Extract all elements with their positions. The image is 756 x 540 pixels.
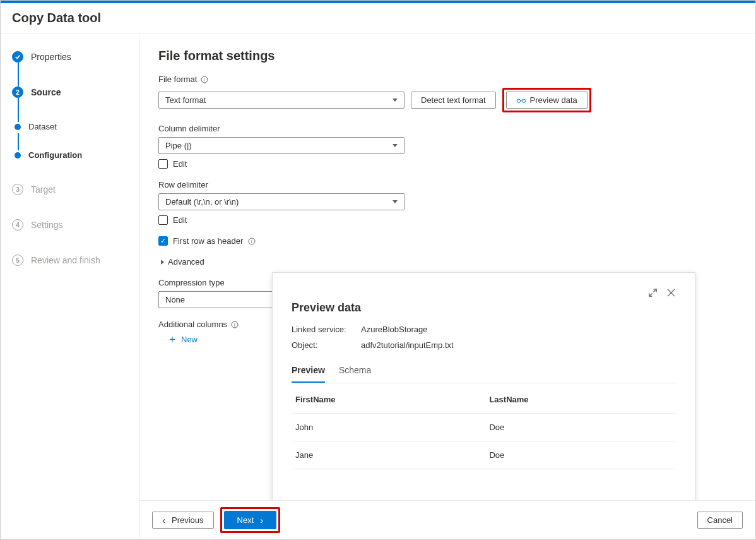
svg-text:i: i	[251, 239, 252, 244]
triangle-right-icon	[161, 260, 164, 265]
plus-icon: ＋	[167, 333, 177, 346]
preview-tabs: Preview Schema	[292, 365, 676, 383]
label-text: Additional columns	[158, 320, 227, 329]
cell: John	[292, 414, 485, 441]
step-properties[interactable]: Properties	[12, 51, 127, 63]
svg-text:i: i	[234, 322, 235, 328]
meta-value: AzureBlobStorage	[361, 325, 428, 334]
connector	[18, 98, 19, 122]
info-icon[interactable]: i	[231, 321, 239, 328]
row-delimiter-edit[interactable]: Edit	[158, 215, 736, 225]
chevron-down-icon	[393, 99, 398, 102]
advanced-label: Advanced	[168, 257, 204, 267]
chevron-down-icon	[393, 200, 398, 203]
detect-text-format-button[interactable]: Detect text format	[411, 92, 496, 109]
column-delimiter-select[interactable]: Pipe (|)	[158, 137, 405, 154]
column-header: FirstName	[292, 386, 485, 414]
step-configuration[interactable]: Configuration	[15, 150, 127, 160]
file-format-select[interactable]: Text format	[158, 92, 405, 109]
tab-schema[interactable]: Schema	[339, 365, 371, 383]
page-title: Copy Data tool	[1, 3, 755, 33]
cell: Doe	[485, 441, 676, 469]
checkbox-label: Edit	[173, 159, 187, 169]
cancel-button[interactable]: Cancel	[697, 512, 743, 529]
connector	[18, 63, 19, 87]
svg-text:i: i	[204, 77, 206, 83]
step-settings[interactable]: 4 Settings	[12, 219, 127, 231]
preview-title: Preview data	[292, 301, 676, 315]
preview-data-button[interactable]: Preview data	[506, 92, 588, 109]
glasses-icon	[516, 97, 526, 104]
row-delimiter-label: Row delimiter	[158, 180, 736, 189]
select-value: Default (\r,\n, or \r\n)	[165, 197, 239, 207]
checkbox-label: Edit	[173, 215, 187, 225]
step-label: Properties	[31, 52, 71, 62]
advanced-toggle[interactable]: Advanced	[158, 257, 736, 267]
step-label: Dataset	[28, 122, 57, 131]
table-header-row: FirstName LastName	[292, 386, 676, 414]
select-value: Text format	[165, 95, 206, 105]
step-target[interactable]: 3 Target	[12, 184, 127, 195]
file-format-group: File format i Text format Detect text fo…	[158, 75, 736, 112]
preview-table: FirstName LastName John Doe Jane Doe	[292, 386, 676, 469]
step-number-icon: 3	[12, 184, 23, 195]
cell: Doe	[485, 414, 676, 441]
table-row: Jane Doe	[292, 441, 676, 469]
preview-data-panel: Preview data Linked service: AzureBlobSt…	[272, 272, 695, 514]
next-button[interactable]: Next	[224, 511, 277, 529]
step-label: Target	[31, 184, 56, 195]
file-format-row: Text format Detect text format Preview d…	[158, 88, 736, 112]
row-delimiter-select[interactable]: Default (\r,\n, or \r\n)	[158, 193, 405, 210]
close-icon[interactable]	[666, 288, 676, 297]
expand-icon[interactable]	[648, 288, 658, 297]
checkbox-icon	[158, 215, 168, 225]
linked-service-row: Linked service: AzureBlobStorage	[292, 325, 676, 334]
meta-value: adfv2tutorial/inputEmp.txt	[361, 340, 454, 350]
table-row: John Doe	[292, 414, 676, 441]
step-label: Settings	[31, 220, 63, 230]
first-row-header-checkbox[interactable]: ✓ First row as header i	[158, 236, 736, 246]
meta-label: Object:	[292, 340, 361, 350]
select-value: None	[165, 295, 185, 304]
section-title: File format settings	[158, 49, 736, 63]
wizard-footer: Previous Next Cancel	[139, 500, 755, 539]
button-label: Next	[237, 515, 254, 525]
step-label: Review and finish	[31, 255, 100, 265]
svg-point-2	[517, 99, 520, 102]
info-icon[interactable]: i	[201, 76, 208, 83]
step-label: Source	[31, 87, 61, 97]
step-label: Configuration	[28, 150, 82, 160]
column-delimiter-group: Column delimiter Pipe (|) Edit	[158, 124, 736, 169]
info-icon[interactable]: i	[248, 237, 256, 245]
dot-icon	[15, 152, 21, 159]
button-label: Previous	[172, 515, 204, 525]
new-label: New	[181, 335, 198, 344]
column-header: LastName	[485, 386, 676, 414]
checkbox-icon	[158, 159, 168, 169]
footer-left: Previous Next	[152, 507, 280, 533]
panel-header-controls	[292, 288, 676, 297]
step-dataset[interactable]: Dataset	[15, 122, 127, 131]
dot-icon	[15, 124, 21, 130]
cell: Jane	[292, 441, 485, 469]
checkbox-checked-icon: ✓	[158, 236, 168, 246]
sidebar: Properties 2 Source Dataset Configuratio…	[1, 33, 139, 539]
select-value: Pipe (|)	[165, 141, 192, 150]
step-number-icon: 2	[12, 87, 23, 98]
step-number-icon: 5	[12, 255, 23, 266]
column-delimiter-label: Column delimiter	[158, 124, 736, 133]
button-label: Preview data	[530, 95, 577, 105]
row-delimiter-group: Row delimiter Default (\r,\n, or \r\n) E…	[158, 180, 736, 225]
checkbox-label: First row as header	[173, 236, 243, 246]
check-icon	[12, 51, 23, 63]
previous-button[interactable]: Previous	[152, 512, 214, 529]
step-review[interactable]: 5 Review and finish	[12, 255, 127, 266]
highlight-preview-data: Preview data	[502, 88, 591, 112]
chevron-down-icon	[393, 144, 398, 147]
highlight-next: Next	[220, 507, 281, 533]
object-row: Object: adfv2tutorial/inputEmp.txt	[292, 340, 676, 350]
tab-preview[interactable]: Preview	[292, 365, 325, 383]
column-delimiter-edit[interactable]: Edit	[158, 159, 736, 169]
step-source[interactable]: 2 Source	[12, 87, 127, 98]
connector	[18, 133, 19, 150]
